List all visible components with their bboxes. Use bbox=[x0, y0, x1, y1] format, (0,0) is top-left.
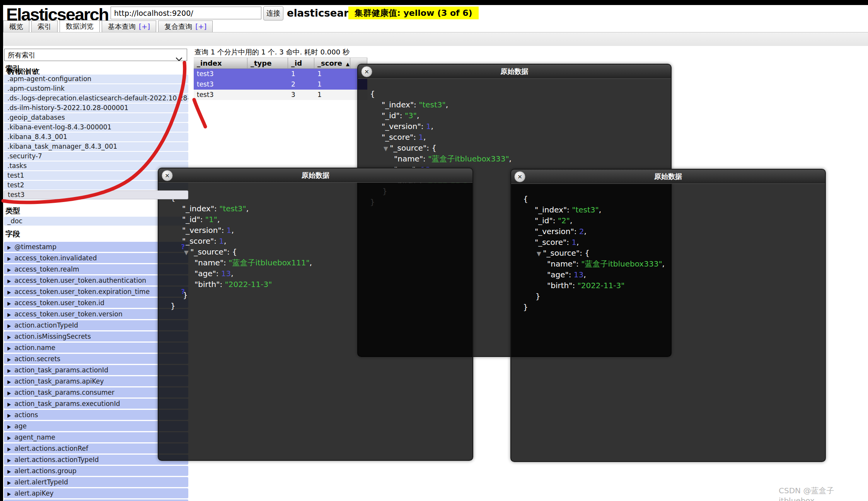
expand-arrow-icon[interactable]: ▶ bbox=[7, 265, 11, 274]
field-label: age bbox=[14, 422, 27, 430]
cluster-url-input[interactable] bbox=[111, 7, 261, 19]
expand-arrow-icon[interactable]: ▶ bbox=[7, 253, 11, 263]
raw-data-popup: ✕ 原始数据 {"_index": "test3","_id": "1","_v… bbox=[158, 168, 473, 461]
index-list-item[interactable]: .apm-custom-link bbox=[4, 84, 188, 93]
tab-plus-label: [+] bbox=[195, 22, 206, 31]
result-row[interactable]: test311 bbox=[194, 69, 367, 79]
close-icon[interactable]: ✕ bbox=[514, 171, 525, 182]
field-label: alert.actions.actionRef bbox=[14, 445, 88, 452]
cluster-health-badge: 集群健康值: yellow (3 of 6) bbox=[348, 7, 479, 19]
popup-titlebar[interactable]: ✕ 原始数据 bbox=[511, 170, 825, 184]
expand-arrow-icon[interactable]: ▶ bbox=[7, 377, 11, 386]
column-header-type[interactable]: _type bbox=[247, 58, 288, 69]
expand-arrow-icon[interactable]: ▶ bbox=[7, 276, 11, 285]
expand-arrow-icon[interactable]: ▶ bbox=[7, 298, 11, 308]
field-help-icon[interactable]: ? bbox=[181, 242, 185, 252]
json-line: "_id": "1", bbox=[159, 214, 472, 225]
search-summary: 查询 1 个分片中用的 1 个. 3 命中. 耗时 0.000 秒 bbox=[194, 48, 350, 57]
json-line: "_version": 1, bbox=[358, 121, 671, 132]
result-row[interactable]: test331 bbox=[194, 90, 367, 100]
result-cell-id: 1 bbox=[288, 69, 314, 79]
popup-json-body: {"_index": "test3","_id": "1","_version"… bbox=[159, 183, 472, 311]
column-header-id[interactable]: _id bbox=[288, 58, 314, 69]
result-row[interactable]: test321 bbox=[194, 79, 367, 90]
field-label: action.name bbox=[14, 344, 55, 352]
tab-item[interactable]: 数据浏览 bbox=[60, 20, 100, 33]
index-list-item[interactable]: .kibana_task_manager_8.4.3_001 bbox=[4, 142, 188, 151]
field-help-icon[interactable]: ? bbox=[181, 287, 185, 297]
expand-arrow-icon[interactable]: ▶ bbox=[7, 489, 11, 498]
collapse-triangle-icon[interactable]: ▼ bbox=[384, 145, 390, 152]
result-cell-id: 2 bbox=[288, 79, 314, 90]
field-list-item[interactable]: ▶alert.apiKeyOwner bbox=[4, 499, 188, 501]
connect-button[interactable]: 连接 bbox=[263, 6, 283, 20]
field-label: actions bbox=[14, 411, 38, 419]
field-label: alert.actions.group bbox=[14, 467, 77, 475]
sort-asc-icon: ▲ bbox=[346, 61, 350, 67]
field-label: alert.actions.actionTypeId bbox=[14, 456, 99, 464]
field-list-item[interactable]: ▶alert.alertTypeId bbox=[4, 477, 188, 487]
field-label: action_task_params.executionId bbox=[14, 400, 120, 408]
column-header-score[interactable]: _score▲ bbox=[314, 58, 350, 69]
json-line: "age": 13, bbox=[159, 268, 472, 279]
tab-item[interactable]: 概览 bbox=[3, 20, 29, 33]
index-list-item[interactable]: .kibana_8.4.3_001 bbox=[4, 132, 188, 141]
popup-titlebar[interactable]: ✕ 原始数据 bbox=[159, 168, 472, 183]
json-line: "name": "蓝盒子itbluebox111", bbox=[159, 257, 472, 268]
window-left-border bbox=[0, 0, 3, 501]
result-cell-score: 1 bbox=[314, 79, 350, 90]
close-icon[interactable]: ✕ bbox=[361, 66, 372, 77]
index-list-item[interactable]: .ds-ilm-history-5-2022.10.28-000001 bbox=[4, 104, 188, 112]
collapse-triangle-icon[interactable]: ▼ bbox=[184, 249, 190, 256]
expand-arrow-icon[interactable]: ▶ bbox=[7, 242, 11, 252]
json-line: "_score": 1, bbox=[159, 236, 472, 246]
field-list-item[interactable]: ▶alert.actions.group bbox=[4, 466, 188, 476]
index-list-item[interactable]: test3 bbox=[4, 190, 188, 199]
popup-title: 原始数据 bbox=[501, 67, 529, 76]
expand-arrow-icon[interactable]: ▶ bbox=[7, 466, 11, 476]
json-line: "_score": 1, bbox=[358, 132, 671, 143]
expand-arrow-icon[interactable]: ▶ bbox=[7, 354, 11, 364]
chevron-down-icon bbox=[176, 53, 182, 65]
tab-item[interactable]: 索引 bbox=[31, 20, 58, 33]
expand-arrow-icon[interactable]: ▶ bbox=[7, 433, 11, 442]
types-section-label: 类型 bbox=[5, 206, 20, 216]
json-line: "_id": "3", bbox=[358, 110, 671, 121]
index-filter-select[interactable]: 所有索引 bbox=[4, 49, 187, 61]
tab-item[interactable]: 基本查询[+] bbox=[102, 20, 156, 33]
expand-arrow-icon[interactable]: ▶ bbox=[7, 321, 11, 330]
json-line: "_index": "test3", bbox=[358, 99, 671, 110]
collapse-triangle-icon[interactable]: ▼ bbox=[537, 250, 543, 257]
result-cell-score: 1 bbox=[314, 69, 350, 79]
result-cell-id: 3 bbox=[288, 90, 314, 100]
tab-bar: 概览索引数据浏览基本查询[+]复合查询[+] bbox=[3, 20, 213, 33]
expand-arrow-icon[interactable]: ▶ bbox=[7, 343, 11, 353]
expand-arrow-icon[interactable]: ▶ bbox=[7, 455, 11, 465]
json-line: "birth": "2022-11-3" bbox=[159, 279, 472, 290]
expand-arrow-icon[interactable]: ▶ bbox=[7, 399, 11, 409]
json-line: ▼ "_source": { bbox=[358, 143, 671, 153]
index-list-item[interactable]: .security-7 bbox=[4, 152, 188, 161]
close-icon[interactable]: ✕ bbox=[162, 170, 173, 181]
column-header-index[interactable]: _index bbox=[194, 58, 247, 69]
index-list-item[interactable]: .geoip_databases bbox=[4, 113, 188, 122]
json-line: { bbox=[511, 194, 825, 204]
fields-section-label: 字段 bbox=[5, 229, 20, 239]
expand-arrow-icon[interactable]: ▶ bbox=[7, 309, 11, 319]
field-label: @timestamp bbox=[14, 243, 56, 251]
expand-arrow-icon[interactable]: ▶ bbox=[7, 477, 11, 487]
tab-item[interactable]: 复合查询[+] bbox=[158, 20, 213, 33]
expand-arrow-icon[interactable]: ▶ bbox=[7, 444, 11, 453]
index-list-item[interactable]: .kibana-event-log-8.4.3-000001 bbox=[4, 123, 188, 132]
json-line: } bbox=[511, 302, 825, 312]
expand-arrow-icon[interactable]: ▶ bbox=[7, 365, 11, 375]
index-list-item[interactable]: .apm-agent-configuration bbox=[4, 75, 188, 83]
popup-titlebar[interactable]: ✕ 原始数据 bbox=[358, 65, 671, 79]
expand-arrow-icon[interactable]: ▶ bbox=[7, 287, 11, 297]
expand-arrow-icon[interactable]: ▶ bbox=[7, 388, 11, 397]
field-list-item[interactable]: ▶alert.apiKey bbox=[4, 488, 188, 498]
expand-arrow-icon[interactable]: ▶ bbox=[7, 410, 11, 420]
expand-arrow-icon[interactable]: ▶ bbox=[7, 332, 11, 341]
expand-arrow-icon[interactable]: ▶ bbox=[7, 421, 11, 431]
index-list-item[interactable]: .ds-.logs-deprecation.elasticsearch-defa… bbox=[4, 94, 188, 103]
